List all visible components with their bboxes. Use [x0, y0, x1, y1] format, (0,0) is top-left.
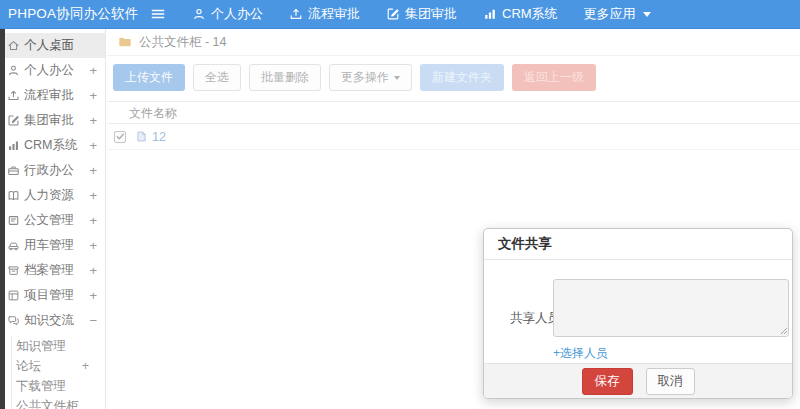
more-actions-button[interactable]: 更多操作 — [329, 64, 412, 91]
upload-icon — [289, 7, 303, 21]
sidebar-subitem-label: 知识管理 — [16, 338, 89, 355]
expand-plus-icon[interactable]: + — [89, 238, 97, 253]
expand-plus-icon[interactable]: + — [89, 188, 97, 203]
sidebar-item-knowledge-exchange[interactable]: 知识交流 − — [0, 308, 105, 333]
expand-plus-icon[interactable]: + — [89, 213, 97, 228]
expand-plus-icon[interactable]: + — [89, 88, 97, 103]
share-people-textarea[interactable] — [553, 279, 789, 337]
nav-item-crm-system[interactable]: CRM系统 — [483, 5, 558, 23]
sidebar-item-label: 流程审批 — [24, 87, 87, 104]
sidebar-item-label: 知识交流 — [24, 312, 87, 329]
edit-icon — [7, 114, 20, 127]
breadcrumb-label: 公共文件柜 - 14 — [139, 34, 227, 51]
book-icon — [7, 189, 20, 202]
sidebar-item-label: 人力资源 — [24, 187, 87, 204]
expand-plus-icon[interactable]: + — [89, 113, 97, 128]
nav-item-label: 集团审批 — [405, 5, 457, 23]
modal-footer: 保存 取消 — [484, 363, 792, 398]
expand-plus-icon[interactable]: + — [89, 138, 97, 153]
nav-item-label: 流程审批 — [308, 5, 360, 23]
nav-item-group-approval[interactable]: 集团审批 — [386, 5, 457, 23]
breadcrumb: 公共文件柜 - 14 — [107, 29, 800, 56]
expand-plus-icon[interactable]: + — [89, 63, 97, 78]
cancel-button[interactable]: 取消 — [646, 368, 695, 395]
document-icon — [7, 214, 20, 227]
nav-item-label: CRM系统 — [502, 5, 558, 23]
sidebar-item-label: 用车管理 — [24, 237, 87, 254]
nav-item-personal-office[interactable]: 个人办公 — [192, 5, 263, 23]
sidebar-item-personal-office[interactable]: 个人办公 + — [0, 58, 105, 83]
sidebar-item-label: CRM系统 — [24, 137, 87, 154]
sidebar-item-label: 行政办公 — [24, 162, 87, 179]
sidebar-item-label: 公文管理 — [24, 212, 87, 229]
row-checkbox[interactable] — [114, 131, 126, 143]
collapse-minus-icon[interactable]: − — [89, 313, 97, 328]
column-header-filename: 文件名称 — [129, 106, 177, 120]
batch-delete-button[interactable]: 批量删除 — [249, 64, 321, 91]
user-icon — [192, 7, 206, 21]
sidebar: 个人桌面 个人办公 + 流程审批 + 集团审批 + CRM系统 + — [0, 29, 106, 409]
nav-item-more-apps[interactable]: 更多应用 — [584, 5, 651, 23]
upload-file-button[interactable]: 上传文件 — [113, 64, 185, 91]
expand-plus-icon[interactable]: + — [89, 263, 97, 278]
sidebar-item-label: 个人桌面 — [24, 37, 97, 54]
expand-plus-icon[interactable]: + — [89, 288, 97, 303]
sidebar-item-vehicle-mgmt[interactable]: 用车管理 + — [0, 233, 105, 258]
sidebar-item-official-docs[interactable]: 公文管理 + — [0, 208, 105, 233]
save-button[interactable]: 保存 — [582, 368, 633, 395]
sidebar-item-admin-office[interactable]: 行政办公 + — [0, 158, 105, 183]
modal-title: 文件共享 — [498, 236, 552, 251]
folder-icon — [118, 35, 132, 49]
user-icon — [7, 64, 20, 77]
new-folder-button[interactable]: 新建文件夹 — [420, 64, 504, 91]
project-icon — [7, 289, 20, 302]
car-icon — [7, 239, 20, 252]
sidebar-subitem-label: 论坛 — [16, 358, 82, 375]
sidebar-submenu-knowledge: 知识管理 论坛 + 下载管理 公共文件柜 — [11, 336, 105, 409]
select-people-link[interactable]: +选择人员 — [553, 345, 608, 362]
select-all-button[interactable]: 全选 — [193, 64, 241, 91]
sidebar-subitem-knowledge-mgmt[interactable]: 知识管理 — [12, 336, 105, 356]
resize-grip-icon[interactable] — [779, 326, 788, 335]
table-row[interactable]: 12 — [107, 124, 800, 150]
toolbar: 上传文件 全选 批量删除 更多操作 新建文件夹 返回上一级 — [107, 56, 800, 99]
nav-item-label: 更多应用 — [584, 5, 636, 23]
table-header: 文件名称 — [107, 101, 800, 124]
chat-icon — [7, 314, 20, 327]
app-logo: PHPOA协同办公软件 — [8, 5, 140, 23]
app-window: PHPOA协同办公软件 个人办公 流程审批 集团审批 CRM系统 更多应用 — [0, 0, 800, 409]
expand-plus-icon[interactable]: + — [82, 359, 89, 373]
back-up-level-button[interactable]: 返回上一级 — [512, 64, 596, 91]
navbar-menu: 个人办公 流程审批 集团审批 CRM系统 更多应用 — [166, 5, 651, 23]
sidebar-subitem-forum[interactable]: 论坛 + — [12, 356, 105, 376]
menu-toggle-icon[interactable] — [150, 6, 166, 22]
file-name-link[interactable]: 12 — [152, 130, 166, 144]
file-icon — [135, 130, 148, 143]
sidebar-subitem-download-mgmt[interactable]: 下载管理 — [12, 376, 105, 396]
edit-icon — [386, 7, 400, 21]
sidebar-item-human-resources[interactable]: 人力资源 + — [0, 183, 105, 208]
modal-header: 文件共享 — [484, 229, 792, 260]
top-navbar: PHPOA协同办公软件 个人办公 流程审批 集团审批 CRM系统 更多应用 — [0, 0, 800, 29]
sidebar-subitem-label: 公共文件柜 — [16, 398, 89, 409]
nav-item-process-approval[interactable]: 流程审批 — [289, 5, 360, 23]
sidebar-item-process-approval[interactable]: 流程审批 + — [0, 83, 105, 108]
sidebar-item-project-mgmt[interactable]: 项目管理 + — [0, 283, 105, 308]
sidebar-item-group-approval[interactable]: 集团审批 + — [0, 108, 105, 133]
bar-chart-icon — [7, 139, 20, 152]
sidebar-dark-edge — [0, 29, 5, 409]
sidebar-item-label: 集团审批 — [24, 112, 87, 129]
caret-down-icon — [394, 76, 400, 80]
sidebar-item-archive-mgmt[interactable]: 档案管理 + — [0, 258, 105, 283]
expand-plus-icon[interactable]: + — [89, 163, 97, 178]
sidebar-subitem-label: 下载管理 — [16, 378, 89, 395]
nav-item-label: 个人办公 — [211, 5, 263, 23]
sidebar-item-crm-system[interactable]: CRM系统 + — [0, 133, 105, 158]
sidebar-item-personal-desktop[interactable]: 个人桌面 — [0, 33, 105, 58]
archive-icon — [7, 264, 20, 277]
sidebar-subitem-public-file-cabinet[interactable]: 公共文件柜 — [12, 396, 105, 409]
upload-icon — [7, 89, 20, 102]
sidebar-item-label: 项目管理 — [24, 287, 87, 304]
sidebar-item-label: 个人办公 — [24, 62, 87, 79]
sidebar-item-label: 档案管理 — [24, 262, 87, 279]
